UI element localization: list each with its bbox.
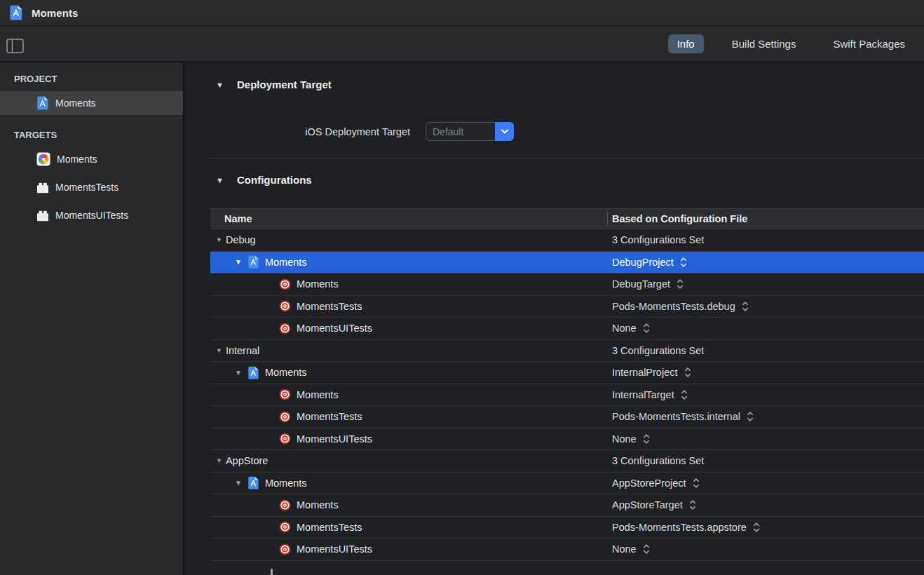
config-row-group-appstore[interactable]: ▼AppStore3 Configurations Set [210, 450, 924, 473]
disclosure-triangle-icon[interactable]: ▼ [216, 347, 222, 354]
config-name: Moments [297, 389, 339, 400]
config-name-cell: MomentsUITests [210, 543, 607, 555]
sidebar-item-label: Moments [55, 97, 96, 109]
project-document-icon [9, 5, 23, 20]
section-divider [210, 158, 924, 158]
deployment-target-section-header: ▼ Deployment Target [216, 79, 332, 90]
config-file-value-cell: 3 Configurations Set [607, 455, 924, 466]
tab-swift-packages[interactable]: Swift Packages [824, 34, 914, 53]
sidebar-item-project-moments[interactable]: Moments [0, 91, 183, 115]
target-icon [279, 411, 291, 423]
project-document-icon [247, 366, 259, 379]
config-name: MomentsUITests [297, 433, 372, 445]
config-name-cell: ▼AppStore [210, 455, 607, 466]
navigator-toggle-button[interactable] [4, 36, 26, 55]
config-row-target-momentsuitests[interactable]: MomentsUITestsNone [210, 539, 924, 561]
config-name-cell: MomentsUITests [210, 433, 607, 445]
config-file-value-cell: 3 Configurations Set [607, 345, 924, 356]
dropdown-button[interactable] [495, 122, 514, 141]
config-row-project-moments[interactable]: ▼ MomentsInternalProject [210, 362, 924, 384]
config-file-value-cell[interactable]: None [607, 543, 924, 555]
config-file-value: DebugProject [612, 257, 674, 268]
config-file-value-cell[interactable]: Pods-MomentsTests.appstore [607, 522, 924, 533]
stepper-icon [742, 301, 749, 312]
app-pinwheel-icon [36, 152, 50, 166]
sidebar-item-label: MomentsTests [55, 182, 118, 193]
config-row-group-internal[interactable]: ▼Internal3 Configurations Set [210, 340, 924, 363]
config-file-value-cell[interactable]: Pods-MomentsTests.internal [607, 411, 924, 422]
config-name: MomentsTests [297, 522, 362, 533]
tab-build-settings[interactable]: Build Settings [723, 34, 806, 53]
config-file-value-cell[interactable]: AppStoreProject [607, 478, 924, 489]
config-name-cell: ▼ Moments [210, 255, 607, 269]
config-row-target-moments[interactable]: MomentsInternalTarget [210, 384, 924, 407]
config-name: Moments [265, 257, 307, 268]
config-file-value: Pods-MomentsTests.internal [612, 411, 740, 422]
config-file-value-cell[interactable]: InternalProject [607, 367, 924, 378]
config-name: Internal [226, 345, 259, 356]
config-file-value: Pods-MomentsTests.debug [612, 301, 735, 312]
sidebar-item-targets-momentsuitests[interactable]: MomentsUITests [0, 203, 183, 227]
config-name-cell: MomentsTests [210, 521, 607, 533]
section-title: Deployment Target [237, 79, 332, 90]
config-row-target-momentsuitests[interactable]: MomentsUITestsNone [210, 318, 924, 340]
config-name-cell: Moments [210, 499, 607, 511]
disclosure-triangle-icon[interactable]: ▼ [216, 176, 225, 184]
ios-deployment-target-row: iOS Deployment Target Default [186, 122, 514, 141]
config-file-value-cell[interactable]: AppStoreTarget [607, 499, 924, 510]
target-icon [279, 543, 291, 555]
config-name: AppStore [226, 455, 268, 466]
config-row-project-moments[interactable]: ▼ MomentsDebugProject [210, 252, 924, 274]
config-name-cell: MomentsUITests [210, 323, 607, 334]
add-configuration-button[interactable] [271, 569, 273, 575]
stepper-icon [693, 478, 700, 489]
config-file-value: None [612, 323, 637, 334]
config-file-value-cell[interactable]: InternalTarget [607, 389, 924, 400]
config-row-group-debug[interactable]: ▼Debug3 Configurations Set [210, 229, 924, 252]
editor-tabs: InfoBuild SettingsSwift Packages [668, 27, 914, 61]
config-file-value-cell[interactable]: DebugTarget [607, 278, 924, 290]
disclosure-triangle-icon[interactable]: ▼ [216, 457, 222, 464]
sidebar-item-targets-momentstests[interactable]: MomentsTests [0, 175, 183, 199]
config-name-cell: ▼Debug [210, 234, 607, 245]
config-row-target-momentsuitests[interactable]: MomentsUITestsNone [210, 428, 924, 451]
config-row-target-moments[interactable]: MomentsDebugTarget [210, 273, 924, 296]
config-file-value-cell[interactable]: None [607, 323, 924, 334]
stepper-icon [684, 367, 691, 378]
disclosure-triangle-icon[interactable]: ▼ [216, 236, 222, 243]
window-titlebar: Moments [0, 0, 924, 26]
field-label: iOS Deployment Target [186, 126, 410, 137]
config-row-target-momentstests[interactable]: MomentsTestsPods-MomentsTests.appstore [210, 517, 924, 539]
stepper-icon [677, 278, 684, 290]
sidebar-item-targets-moments[interactable]: Moments [0, 147, 183, 171]
test-bundle-icon [36, 182, 49, 194]
chevron-down-icon [501, 129, 509, 135]
config-file-value-cell[interactable]: Pods-MomentsTests.debug [607, 301, 924, 312]
config-name-cell: Moments [210, 278, 607, 290]
disclosure-triangle-icon[interactable]: ▼ [216, 81, 225, 89]
tab-info[interactable]: Info [668, 34, 704, 53]
config-row-target-momentstests[interactable]: MomentsTestsPods-MomentsTests.debug [210, 296, 924, 318]
disclosure-triangle-icon[interactable]: ▼ [235, 479, 242, 487]
window-title: Moments [32, 7, 79, 19]
disclosure-triangle-icon[interactable]: ▼ [235, 369, 242, 377]
config-name: Moments [265, 478, 307, 489]
sidebar-list: PROJECT MomentsTARGETS Moments MomentsTe… [0, 72, 183, 227]
config-name: Debug [226, 234, 256, 245]
column-header-name: Name [210, 213, 607, 224]
config-row-target-momentstests[interactable]: MomentsTestsPods-MomentsTests.internal [210, 406, 924, 428]
target-icon [279, 433, 291, 445]
config-name-cell: ▼Internal [210, 345, 607, 356]
config-file-value: None [612, 543, 637, 555]
config-file-value-cell[interactable]: None [607, 433, 924, 445]
disclosure-triangle-icon[interactable]: ▼ [235, 258, 242, 266]
test-bundle-icon [36, 210, 49, 222]
config-file-value: DebugTarget [612, 278, 670, 290]
sidebar-section-header-targets: TARGETS [0, 128, 183, 143]
project-sidebar: PROJECT MomentsTARGETS Moments MomentsTe… [0, 62, 184, 575]
ios-deployment-target-dropdown[interactable]: Default [426, 122, 514, 141]
config-row-project-moments[interactable]: ▼ MomentsAppStoreProject [210, 473, 924, 495]
config-name: Moments [297, 499, 339, 510]
config-file-value-cell[interactable]: DebugProject [607, 257, 924, 268]
config-row-target-moments[interactable]: MomentsAppStoreTarget [210, 494, 924, 517]
